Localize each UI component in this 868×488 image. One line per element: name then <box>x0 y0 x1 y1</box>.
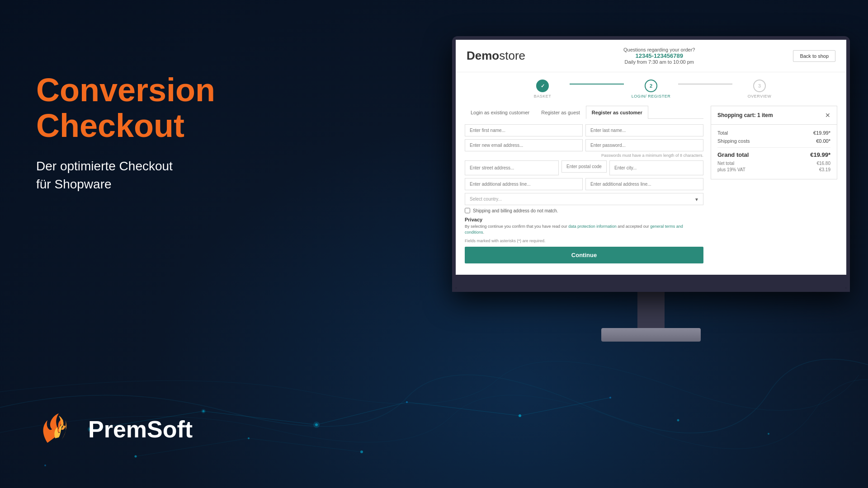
cart-sidebar: Shopping cart: 1 item ✕ Total €19.99* Sh… <box>711 106 837 263</box>
country-select[interactable]: Select country... <box>465 193 703 205</box>
step-overview: 3 OVERVIEW <box>732 80 787 99</box>
monitor-screen: Demostore Questions regarding your order… <box>456 40 846 275</box>
city-input[interactable] <box>609 160 703 175</box>
shipping-value: €0.00* <box>816 138 830 144</box>
net-total-value: €16.80 <box>816 161 830 166</box>
store-logo: Demostore <box>467 49 525 63</box>
svg-point-13 <box>406 401 408 403</box>
last-name-input[interactable] <box>585 124 703 136</box>
street-input[interactable] <box>465 160 559 175</box>
back-to-shop-button[interactable]: Back to shop <box>793 50 835 62</box>
required-note: Fields marked with asterisks (*) are req… <box>465 239 703 243</box>
cart-title: Shopping cart: 1 item <box>717 112 773 118</box>
cart-body: Total €19.99* Shipping costs €0.00* Gran… <box>711 125 837 179</box>
svg-line-2 <box>316 402 407 425</box>
step-line-1 <box>570 84 624 84</box>
svg-point-21 <box>768 433 769 435</box>
svg-point-16 <box>135 455 137 458</box>
tab-guest[interactable]: Register as guest <box>535 106 586 119</box>
svg-line-4 <box>520 398 610 416</box>
premsoft-text: PremSoft <box>88 416 193 443</box>
privacy-title: Privacy <box>465 217 703 222</box>
cart-total-row: Total €19.99* <box>717 130 830 136</box>
net-total-row: Net total €16.80 <box>717 161 830 166</box>
email-row <box>465 139 703 151</box>
monitor-stand-base <box>601 328 701 342</box>
store-contact: Questions regarding your order? 12345-12… <box>623 47 695 65</box>
grand-total-value: €19.99* <box>810 151 830 158</box>
store-header: Demostore Questions regarding your order… <box>456 40 846 72</box>
monitor-bezel <box>456 275 846 288</box>
svg-point-15 <box>609 397 611 399</box>
checkout-tabs: Login as existing customer Register as g… <box>465 106 703 119</box>
step-basket: ✓ BASKET <box>515 80 570 99</box>
phone-number: 12345-123456789 <box>623 52 695 59</box>
additional-address-row <box>465 178 703 190</box>
svg-point-19 <box>44 465 46 466</box>
svg-point-17 <box>248 437 250 439</box>
svg-point-18 <box>360 450 363 453</box>
premsoft-logo: PremSoft <box>36 407 193 452</box>
premsoft-icon <box>36 407 81 452</box>
privacy-text: By selecting continue you confirm that y… <box>465 224 703 235</box>
cart-shipping-row: Shipping costs €0.00* <box>717 138 830 144</box>
left-content: Conversion Checkout Der optimierte Check… <box>36 72 215 193</box>
step-label-basket: BASKET <box>534 94 552 99</box>
cart-toggle-icon[interactable]: ✕ <box>825 112 830 119</box>
privacy-link1[interactable]: data protection information <box>568 224 617 229</box>
shipping-checkbox-row: Shipping and billing address do not matc… <box>465 208 703 213</box>
svg-point-10 <box>201 409 206 413</box>
step-circle-login: 2 <box>645 80 657 92</box>
privacy-section: Privacy By selecting continue you confir… <box>465 217 703 235</box>
svg-line-3 <box>407 402 520 416</box>
step-label-overview: OVERVIEW <box>748 94 771 99</box>
checkout-body: Login as existing customer Register as g… <box>456 100 846 269</box>
step-label-login: LOGIN/ REGISTER <box>632 94 671 99</box>
shipping-billing-checkbox[interactable] <box>465 208 470 213</box>
main-title: Conversion Checkout <box>36 72 215 144</box>
form-section: Login as existing customer Register as g… <box>465 106 703 263</box>
step-circle-overview: 3 <box>753 80 766 92</box>
shipping-billing-label: Shipping and billing address do not matc… <box>473 208 558 213</box>
svg-line-1 <box>203 411 316 425</box>
cart-header: Shopping cart: 1 item ✕ <box>711 106 837 125</box>
step-circle-basket: ✓ <box>536 80 549 92</box>
vat-label: plus 19% VAT <box>717 167 745 172</box>
tab-register[interactable]: Register as customer <box>586 106 648 119</box>
step-login: 2 LOGIN/ REGISTER <box>624 80 678 99</box>
continue-button[interactable]: Continue <box>465 247 703 263</box>
street-row <box>465 160 703 175</box>
name-row <box>465 124 703 136</box>
total-value: €19.99* <box>813 130 830 136</box>
shipping-label: Shipping costs <box>717 138 750 144</box>
password-input[interactable] <box>585 139 703 151</box>
additional-address-2[interactable] <box>585 178 703 190</box>
vat-row: plus 19% VAT €3.19 <box>717 167 830 172</box>
svg-point-20 <box>677 419 679 422</box>
step-line-2 <box>678 84 732 84</box>
svg-line-6 <box>249 438 362 452</box>
progress-steps: ✓ BASKET 2 LOGIN/ REGISTER 3 OVERVIEW <box>456 72 846 100</box>
email-input[interactable] <box>465 139 583 151</box>
cart-divider <box>717 147 830 148</box>
first-name-input[interactable] <box>465 124 583 136</box>
password-hint: Passwords must have a minimum length of … <box>465 153 703 158</box>
total-label: Total <box>717 130 728 136</box>
monitor: Demostore Questions regarding your order… <box>452 36 850 342</box>
subtitle: Der optimierte Checkout für Shopware <box>36 157 215 192</box>
vat-value: €3.19 <box>819 167 830 172</box>
additional-address-1[interactable] <box>465 178 583 190</box>
country-wrapper: Select country... ▼ <box>465 193 703 205</box>
svg-point-12 <box>313 422 320 428</box>
monitor-frame: Demostore Questions regarding your order… <box>452 36 850 292</box>
grand-total-row: Grand total €19.99* <box>717 151 830 158</box>
tab-login[interactable]: Login as existing customer <box>465 106 535 119</box>
step-container: ✓ BASKET 2 LOGIN/ REGISTER 3 OVERVIEW <box>515 80 787 99</box>
grand-total-label: Grand total <box>717 151 749 158</box>
monitor-stand-neck <box>637 292 665 328</box>
net-total-label: Net total <box>717 161 734 166</box>
postal-input[interactable] <box>561 160 607 173</box>
svg-point-14 <box>519 414 521 417</box>
